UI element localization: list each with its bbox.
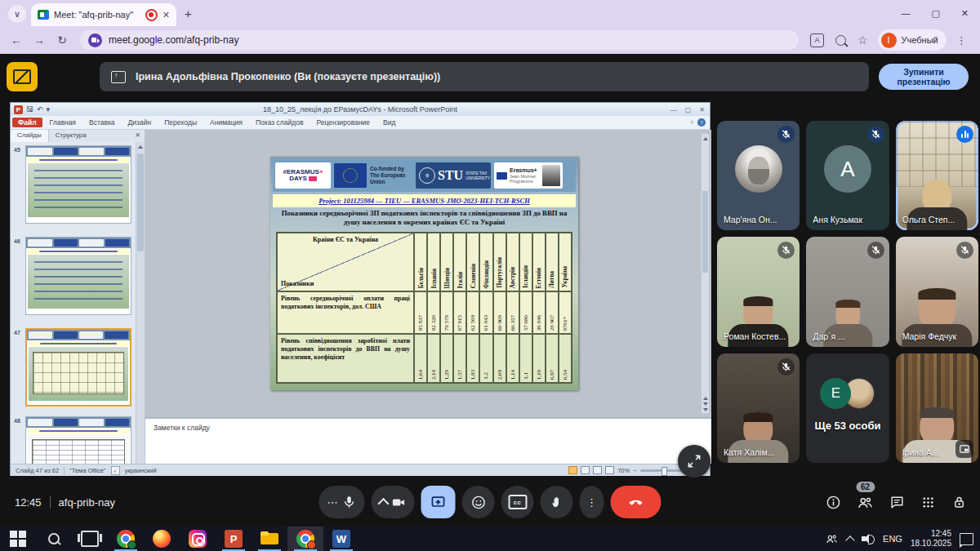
- taskbar-clock[interactable]: 12:45 18.10.2025: [911, 529, 951, 549]
- hidden-icons-chevron[interactable]: [845, 535, 854, 544]
- ribbon-tab-3[interactable]: Вставка: [83, 118, 121, 127]
- raise-hand-button[interactable]: [541, 486, 573, 518]
- sorter-view-button[interactable]: [581, 466, 590, 474]
- camera-options-icon[interactable]: [377, 497, 389, 509]
- language-switcher[interactable]: ENG: [883, 534, 902, 544]
- taskbar-explorer[interactable]: [252, 527, 287, 551]
- ppt-vertical-scrollbar[interactable]: [701, 133, 710, 414]
- slide-thumbnail-48[interactable]: 48: [25, 416, 133, 464]
- mic-button[interactable]: ⋯: [319, 486, 365, 518]
- slide-canvas[interactable]: #ERASMUS+ DAYS Co-funded by The European…: [270, 157, 578, 390]
- normal-view-button[interactable]: [568, 466, 577, 474]
- taskbar-search[interactable]: [36, 527, 72, 551]
- chat-button[interactable]: [889, 495, 905, 510]
- volume-icon[interactable]: [862, 533, 875, 544]
- pane-tab-1[interactable]: Слайды: [11, 130, 49, 142]
- ribbon-tab-4[interactable]: Дизайн: [122, 118, 158, 127]
- save-icon[interactable]: 🖫: [26, 105, 33, 113]
- mic-options-icon[interactable]: ⋯: [327, 496, 339, 509]
- next-slide-button[interactable]: [703, 402, 708, 406]
- tab-close-icon[interactable]: ✕: [163, 10, 170, 20]
- pane-tab-2[interactable]: Структура: [49, 130, 93, 142]
- spellcheck-icon[interactable]: ✓: [111, 466, 120, 475]
- ppt-notes-panel[interactable]: Заметки к слайду: [145, 417, 711, 464]
- reactions-button[interactable]: [462, 486, 495, 518]
- taskbar-chrome-active[interactable]: [287, 527, 323, 551]
- stop-presenting-button[interactable]: Зупинити презентацію: [879, 64, 969, 90]
- ribbon-tab-1[interactable]: Файл: [12, 118, 42, 127]
- activities-button[interactable]: [920, 495, 936, 510]
- taskbar-chrome[interactable]: [108, 527, 144, 551]
- previous-slide-button[interactable]: [703, 397, 708, 400]
- quick-access-dropdown-icon[interactable]: ▾: [47, 105, 51, 113]
- translate-icon[interactable]: A: [810, 33, 824, 47]
- language-indicator[interactable]: украинский: [125, 467, 157, 474]
- pane-close-icon[interactable]: ✕: [131, 130, 145, 142]
- participant-tile-4[interactable]: Роман Костев...: [717, 237, 800, 346]
- tab-search-button[interactable]: ∨: [8, 5, 26, 23]
- captions-button[interactable]: cc: [501, 486, 534, 518]
- ppt-minimize-button[interactable]: —: [670, 106, 677, 113]
- ribbon-tab-5[interactable]: Переходы: [158, 118, 203, 127]
- ppt-close-button[interactable]: ✕: [699, 106, 705, 113]
- close-button[interactable]: ✕: [961, 8, 969, 19]
- shared-powerpoint-window[interactable]: P 🖫 ↶ ▾ 18_10_25_лекція до ЕРазмусDAYs -…: [10, 102, 710, 476]
- ppt-restore-button[interactable]: ▢: [685, 106, 692, 113]
- expand-presentation-button[interactable]: [678, 445, 710, 478]
- taskbar-task-view[interactable]: [72, 527, 108, 551]
- taskbar-firefox[interactable]: [144, 527, 180, 551]
- ribbon-tab-9[interactable]: Вид: [377, 118, 401, 127]
- undo-icon[interactable]: ↶: [37, 105, 43, 113]
- url-bar[interactable]: meet.google.com/afq-prib-nay: [80, 30, 799, 50]
- slide-thumbnail-46[interactable]: 46: [25, 237, 133, 315]
- slideshow-view-button[interactable]: [605, 466, 614, 474]
- country-header-6: Фінляндія: [479, 233, 492, 291]
- new-tab-button[interactable]: +: [185, 7, 192, 20]
- presenting-active-button[interactable]: [421, 486, 456, 518]
- help-icon[interactable]: ?: [697, 118, 706, 127]
- taskbar-instagram[interactable]: [180, 527, 216, 551]
- back-button[interactable]: ←: [5, 33, 28, 47]
- participant-tile-2[interactable]: ААня Кузьмак: [806, 121, 889, 230]
- taskbar-powerpoint[interactable]: P: [216, 527, 252, 551]
- leave-call-button[interactable]: [611, 486, 662, 518]
- ribbon-collapse-icon[interactable]: ▿: [690, 119, 693, 126]
- taskbar-people-icon[interactable]: [825, 532, 839, 546]
- zoom-icon[interactable]: [835, 35, 846, 46]
- participant-tile-3[interactable]: Ольга Степ...: [896, 121, 978, 230]
- meeting-details-button[interactable]: [826, 495, 841, 510]
- browser-tab[interactable]: Meet: "afq-prib-nay" ✕: [31, 3, 176, 26]
- people-button[interactable]: 62: [857, 494, 874, 511]
- value-cell: 62 569: [466, 291, 479, 334]
- ribbon-tab-8[interactable]: Рецензирование: [310, 118, 376, 127]
- reading-view-button[interactable]: [593, 466, 602, 474]
- participant-tile-6[interactable]: Марія Федчук: [896, 237, 978, 346]
- taskbar-start[interactable]: [0, 527, 36, 551]
- participant-tile-1[interactable]: Мар'яна Он...: [717, 121, 800, 230]
- ribbon-tab-6[interactable]: Анимация: [204, 118, 248, 127]
- action-center-icon[interactable]: [960, 533, 973, 545]
- maximize-button[interactable]: ▢: [931, 8, 939, 19]
- profile-chip[interactable]: I Учебный: [878, 29, 947, 51]
- more-options-button[interactable]: ⋮: [580, 486, 604, 518]
- ribbon-tab-2[interactable]: Главная: [44, 118, 82, 127]
- zoom-out-button[interactable]: −: [633, 467, 636, 474]
- bookmark-star-icon[interactable]: ☆: [858, 33, 868, 47]
- pip-icon[interactable]: [956, 440, 973, 458]
- slide-thumbnail-47[interactable]: 47: [25, 328, 133, 407]
- zoom-slider[interactable]: [640, 469, 686, 472]
- host-controls-button[interactable]: [951, 495, 967, 510]
- minimize-button[interactable]: —: [901, 8, 910, 18]
- participant-tile-5[interactable]: Дар`я ...: [806, 237, 889, 346]
- ppt-pane-scrollbar[interactable]: [136, 142, 145, 464]
- participant-tile-7[interactable]: Катя Халім...: [717, 353, 800, 463]
- ribbon-tab-7[interactable]: Показ слайдов: [250, 118, 310, 127]
- forward-button[interactable]: →: [28, 33, 51, 47]
- taskbar-word[interactable]: W: [323, 527, 359, 551]
- participant-tile-8[interactable]: EЩе 53 особи: [806, 353, 889, 463]
- slide-thumbnail-45[interactable]: 45: [25, 145, 133, 224]
- participant-tile-9[interactable]: Ірина А...: [896, 353, 978, 463]
- browser-menu-icon[interactable]: ⋮: [956, 34, 967, 47]
- reload-button[interactable]: ↻: [51, 33, 74, 47]
- camera-button[interactable]: [372, 486, 415, 518]
